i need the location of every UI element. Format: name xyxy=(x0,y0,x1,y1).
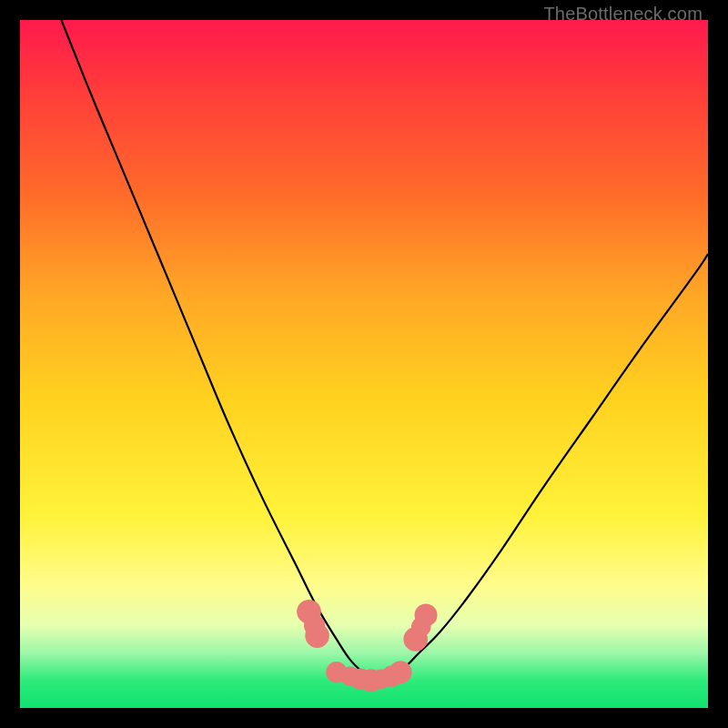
optimal-region-markers xyxy=(297,600,437,692)
chart-svg xyxy=(20,20,708,708)
optimal-marker xyxy=(389,661,412,683)
optimal-marker xyxy=(415,603,438,626)
chart-frame: TheBottleneck.com xyxy=(0,0,728,728)
plot-area xyxy=(20,20,708,708)
attribution-text: TheBottleneck.com xyxy=(543,4,703,25)
optimal-marker xyxy=(305,623,329,648)
mismatch-curve xyxy=(61,20,708,682)
